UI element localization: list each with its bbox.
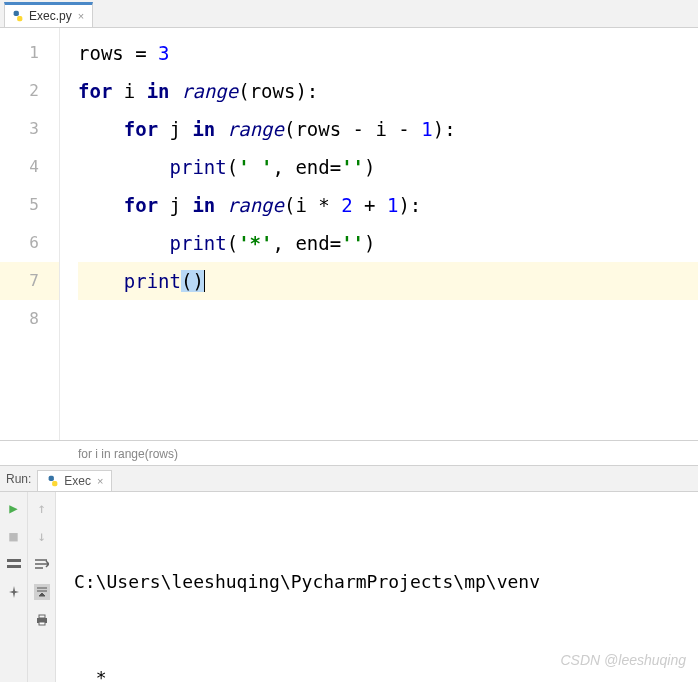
scroll-to-end-icon[interactable] xyxy=(34,584,50,600)
text-caret xyxy=(204,270,205,292)
editor-tab-bar: Exec.py × xyxy=(0,0,698,28)
token: ( xyxy=(181,270,192,292)
token: 3 xyxy=(158,42,169,64)
run-output-toolbar: ↑ ↓ xyxy=(28,492,56,682)
breadcrumb[interactable]: for i in range(rows) xyxy=(0,440,698,466)
close-icon[interactable]: × xyxy=(78,10,84,22)
token: ): xyxy=(398,194,421,216)
code-line[interactable]: print('*', end='') xyxy=(78,224,698,262)
run-config-name: Exec xyxy=(64,474,91,488)
line-gutter: 12345678 xyxy=(0,28,60,440)
breadcrumb-text: for i in range(rows) xyxy=(78,447,178,461)
layout-icon[interactable] xyxy=(6,556,22,572)
code-line[interactable] xyxy=(78,300,698,338)
token: ) xyxy=(364,156,375,178)
svg-rect-2 xyxy=(49,476,54,481)
token: print xyxy=(170,156,227,178)
token: in xyxy=(192,194,215,216)
token: i xyxy=(112,80,146,102)
token: range xyxy=(227,118,284,140)
token: for xyxy=(124,118,158,140)
print-icon[interactable] xyxy=(34,612,50,628)
console-output[interactable]: C:\Users\leeshuqing\PycharmProjects\mp\v… xyxy=(56,492,698,682)
line-number: 1 xyxy=(0,34,59,72)
token: ' ' xyxy=(238,156,272,178)
code-line[interactable]: for j in range(rows - i - 1): xyxy=(78,110,698,148)
code-line[interactable]: for j in range(i * 2 + 1): xyxy=(78,186,698,224)
token: 2 xyxy=(341,194,352,216)
token: '' xyxy=(341,232,364,254)
line-number: 2 xyxy=(0,72,59,110)
token: rows = xyxy=(78,42,158,64)
token: in xyxy=(192,118,215,140)
up-arrow-icon[interactable]: ↑ xyxy=(34,500,50,516)
line-number: 6 xyxy=(0,224,59,262)
token xyxy=(170,80,181,102)
svg-rect-7 xyxy=(39,615,45,618)
watermark-text: CSDN @leeshuqing xyxy=(561,644,687,676)
run-left-toolbar: ▶ ■ xyxy=(0,492,28,682)
run-toolwindow-body: ▶ ■ ↑ ↓ C:\Users\leeshuqing\PycharmProje… xyxy=(0,492,698,682)
token: (i * xyxy=(284,194,341,216)
python-icon xyxy=(46,474,60,488)
token: 1 xyxy=(387,194,398,216)
token: ) xyxy=(192,270,203,292)
line-number: 5 xyxy=(0,186,59,224)
token: (rows): xyxy=(238,80,318,102)
run-toolwindow-header: Run: Exec × xyxy=(0,466,698,492)
token: , xyxy=(273,156,296,178)
code-line[interactable]: print() xyxy=(78,262,698,300)
token: '' xyxy=(341,156,364,178)
svg-rect-3 xyxy=(52,481,57,486)
code-line[interactable]: rows = 3 xyxy=(78,34,698,72)
token: print xyxy=(170,232,227,254)
token: for xyxy=(78,80,112,102)
token: ) xyxy=(364,232,375,254)
rerun-icon[interactable]: ▶ xyxy=(6,500,22,516)
down-arrow-icon[interactable]: ↓ xyxy=(34,528,50,544)
svg-rect-1 xyxy=(17,16,22,21)
token: range xyxy=(227,194,284,216)
line-number: 8 xyxy=(0,300,59,338)
code-editor[interactable]: 12345678 rows = 3for i in range(rows): f… xyxy=(0,28,698,440)
token: + xyxy=(353,194,387,216)
token: print xyxy=(124,270,181,292)
token: j xyxy=(158,194,192,216)
token: in xyxy=(147,80,170,102)
close-icon[interactable]: × xyxy=(97,475,103,487)
token: ( xyxy=(227,232,238,254)
output-path: C:\Users\leeshuqing\PycharmProjects\mp\v… xyxy=(74,566,698,598)
code-line[interactable]: print(' ', end='') xyxy=(78,148,698,186)
token: (rows - i - xyxy=(284,118,421,140)
line-number: 7 xyxy=(0,262,59,300)
line-number: 4 xyxy=(0,148,59,186)
pin-icon[interactable] xyxy=(6,584,22,600)
svg-rect-8 xyxy=(39,622,45,625)
code-area[interactable]: rows = 3for i in range(rows): for j in r… xyxy=(60,28,698,440)
svg-rect-0 xyxy=(14,11,19,16)
code-line[interactable]: for i in range(rows): xyxy=(78,72,698,110)
soft-wrap-icon[interactable] xyxy=(34,556,50,572)
run-label: Run: xyxy=(6,472,31,486)
token: , xyxy=(273,232,296,254)
token xyxy=(215,118,226,140)
token: '*' xyxy=(238,232,272,254)
token: ): xyxy=(433,118,456,140)
stop-icon[interactable]: ■ xyxy=(6,528,22,544)
svg-rect-5 xyxy=(7,565,21,568)
token: end= xyxy=(295,232,341,254)
token: for xyxy=(124,194,158,216)
token xyxy=(215,194,226,216)
token: 1 xyxy=(421,118,432,140)
token: ( xyxy=(227,156,238,178)
token: end= xyxy=(295,156,341,178)
run-config-tab[interactable]: Exec × xyxy=(37,470,112,491)
svg-rect-4 xyxy=(7,559,21,562)
line-number: 3 xyxy=(0,110,59,148)
file-tab[interactable]: Exec.py × xyxy=(4,2,93,27)
token: range xyxy=(181,80,238,102)
python-file-icon xyxy=(11,9,25,23)
file-tab-label: Exec.py xyxy=(29,9,72,23)
token: j xyxy=(158,118,192,140)
